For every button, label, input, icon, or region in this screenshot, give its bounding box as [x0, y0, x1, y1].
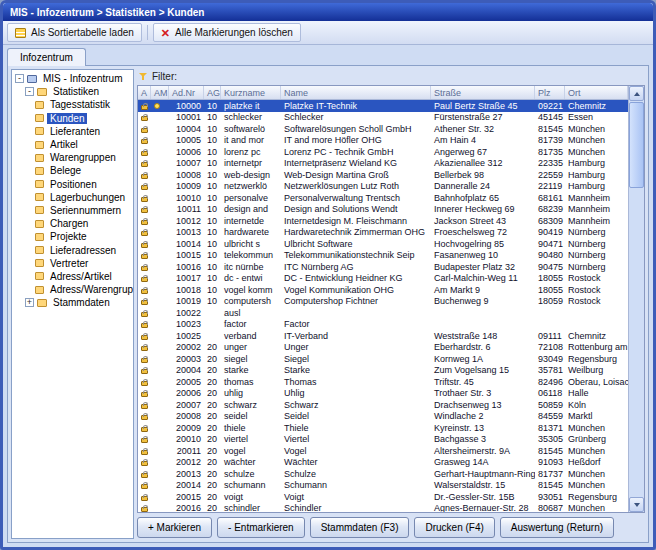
table-row[interactable]: 2001020viertelViertelBachgasse 335305Grü…: [138, 434, 628, 446]
cell-name: Starke: [281, 365, 431, 377]
column-header-a[interactable]: A: [138, 86, 151, 99]
column-header-name[interactable]: Name: [281, 86, 431, 99]
cell-adnr: 10017: [169, 273, 204, 285]
load-sort-table-label: Als Sortiertabelle laden: [31, 27, 134, 38]
table-row[interactable]: 1001610itc nürnbeITC Nürnberg AGBudapest…: [138, 261, 628, 273]
table-row[interactable]: 2001620schindlerSchindlerAgnes-Bernauer-…: [138, 503, 628, 513]
tree-item-chargen[interactable]: Chargen: [12, 217, 133, 230]
table-row[interactable]: 2000220ungerUngerEberhardstr. 672108Rott…: [138, 342, 628, 354]
column-header-am[interactable]: AM: [151, 86, 169, 99]
tree-item-statistiken[interactable]: -Statistiken: [12, 85, 133, 98]
table-row[interactable]: 1001210internetdeInternetdesign M. Fleis…: [138, 215, 628, 227]
column-header-ort[interactable]: Ort: [565, 86, 628, 99]
table-row[interactable]: 1000010platzke itPlatzke IT-TechnikPaul …: [138, 100, 628, 112]
table-row[interactable]: 1001510telekommunTelekommunikationstechn…: [138, 250, 628, 262]
collapse-icon[interactable]: -: [15, 74, 24, 83]
table-row[interactable]: 1001910computershComputershop FichtnerBu…: [138, 296, 628, 308]
table-row[interactable]: 1001710dc - entwiDC - Entwicklung Heidne…: [138, 273, 628, 285]
table-row[interactable]: 2001520voigtVoigtDr.-Gessler-Str. 15B930…: [138, 491, 628, 503]
tree-item-mis-infozentrum[interactable]: -MIS - Infozentrum: [12, 72, 133, 85]
table-row[interactable]: 2000820seidelSeidelWindlache 284559Markt…: [138, 411, 628, 423]
drucken-button[interactable]: Drucken (F4): [414, 517, 494, 538]
tree-item-seriennummern[interactable]: Seriennummern: [12, 204, 133, 217]
marker-icon: [154, 103, 160, 109]
table-row[interactable]: 1001310hardwareteHardwaretechnik Zimmerm…: [138, 227, 628, 239]
tree-item-adress-warengruppen[interactable]: Adress/Warengruppen: [12, 283, 133, 296]
column-header-ag[interactable]: AG: [204, 86, 221, 99]
cell-lock: [138, 319, 151, 331]
unmark-button[interactable]: - Entmarkieren: [217, 517, 305, 538]
tree-item-artikel[interactable]: Artikel: [12, 138, 133, 151]
table-row[interactable]: 10023factorFactor: [138, 319, 628, 331]
statistic-icon: [35, 272, 44, 280]
table-row[interactable]: 2001120vogelVogelAltersheimerstr. 9A8154…: [138, 445, 628, 457]
table-row[interactable]: 2000720schwarzSchwarzDrachsenweg 1350859…: [138, 399, 628, 411]
column-header-kurzname[interactable]: Kurzname: [221, 86, 281, 99]
tree-item-lagerbuchungen[interactable]: Lagerbuchungen: [12, 191, 133, 204]
cell-ort: München: [565, 135, 628, 147]
table-row[interactable]: 2001420schumannSchumannWalserstaldstr. 1…: [138, 480, 628, 492]
cell-ort: Grünberg: [565, 434, 628, 446]
tab-infozentrum[interactable]: Infozentrum: [7, 48, 86, 66]
tree-item-warengruppen[interactable]: Warengruppen: [12, 151, 133, 164]
cell-adnr: 10025: [169, 330, 204, 342]
arrow-down-icon: [634, 503, 640, 507]
cell-adnr: 20011: [169, 445, 204, 457]
table-row[interactable]: 1001810vogel kommVogel Kommunikation OHG…: [138, 284, 628, 296]
mark-button[interactable]: + Markieren: [137, 517, 212, 538]
table-row[interactable]: 1000410softwarelöSoftwarelösungen Scholl…: [138, 123, 628, 135]
cell-lock: [138, 480, 151, 492]
table-row[interactable]: 2000520thomasThomasTriftstr. 4582496Ober…: [138, 376, 628, 388]
tree-item-label: Vertreter: [47, 258, 91, 269]
table-row[interactable]: 1000910netzwerklöNetzwerklösungen Lutz R…: [138, 181, 628, 193]
table-row[interactable]: 1001410ulbricht sUlbricht SoftwareHochvo…: [138, 238, 628, 250]
table-row[interactable]: 1000510it and morIT and more Höfler OHGA…: [138, 135, 628, 147]
tree-item-stammdaten[interactable]: +Stammdaten: [12, 296, 133, 309]
table-row[interactable]: 1000810web-designWeb-Design Martina Groß…: [138, 169, 628, 181]
table-row[interactable]: 1000610lorenz pcLorenz PC - Technik GmbH…: [138, 146, 628, 158]
cell-am: [151, 342, 169, 354]
title-bar[interactable]: MIS - Infozentrum > Statistiken > Kunden: [3, 3, 653, 21]
tree-item-projekte[interactable]: Projekte: [12, 230, 133, 243]
lock-icon: [141, 484, 148, 489]
table-row[interactable]: 10025verbandIT-VerbandWeststraße 1480911…: [138, 330, 628, 342]
cell-kurzname: vogel: [221, 445, 281, 457]
cell-ort: Nürnberg: [565, 261, 628, 273]
expand-icon[interactable]: +: [25, 298, 34, 307]
scrollbar-thumb[interactable]: [629, 102, 644, 188]
table-row[interactable]: 2001220wächterWächterGrasweg 14A91093Heß…: [138, 457, 628, 469]
table-row[interactable]: 2000420starkeStarkeZum Vogelsang 1535781…: [138, 365, 628, 377]
tree-item-lieferadressen[interactable]: Lieferadressen: [12, 243, 133, 256]
table-row[interactable]: 1000110schleckerSchleckerFürstenstraße 2…: [138, 112, 628, 124]
column-header-ad-nr[interactable]: Ad.Nr: [169, 86, 204, 99]
table-row[interactable]: 10022ausl: [138, 307, 628, 319]
auswertung-button[interactable]: Auswertung (Return): [500, 517, 614, 538]
table-row[interactable]: 2000320siegelSiegelKornweg 1A93049Regens…: [138, 353, 628, 365]
load-sort-table-button[interactable]: Als Sortiertabelle laden: [7, 23, 142, 42]
tree-item-positionen[interactable]: Positionen: [12, 178, 133, 191]
table-row[interactable]: 2000920thieleThieleKyreinstr. 1381371Mün…: [138, 422, 628, 434]
column-header-straße[interactable]: Straße: [431, 86, 535, 99]
tree-item-lieferanten[interactable]: Lieferanten: [12, 125, 133, 138]
tree-item-kunden[interactable]: Kunden: [12, 112, 133, 125]
collapse-icon[interactable]: -: [25, 87, 34, 96]
tree-item-vertreter[interactable]: Vertreter: [12, 257, 133, 270]
vertical-scrollbar[interactable]: [628, 86, 644, 512]
cell-plz: 91093: [535, 457, 565, 469]
table-row[interactable]: 2000620uhligUhligTrothaer Str. 306118Hal…: [138, 388, 628, 400]
cell-ort: Oberau, Loisach: [565, 376, 628, 388]
scroll-down-button[interactable]: [629, 497, 644, 512]
tree-item-tagesstatistik[interactable]: Tagesstatistik: [12, 98, 133, 111]
table-row[interactable]: 1000710internetprInternetpräsenz Wieland…: [138, 158, 628, 170]
table-row[interactable]: 2001320schulzeSchulzeGerhart-Hauptmann-R…: [138, 468, 628, 480]
cell-lock: [138, 353, 151, 365]
tree-item-belege[interactable]: Belege: [12, 164, 133, 177]
tree-item-adress-artikel[interactable]: Adress/Artikel: [12, 270, 133, 283]
scroll-up-button[interactable]: [629, 86, 644, 101]
column-header-plz[interactable]: Plz: [535, 86, 565, 99]
stammdaten-button[interactable]: Stammdaten (F3): [310, 517, 410, 538]
clear-marks-button[interactable]: ✕ Alle Markierungen löschen: [153, 23, 301, 42]
table-row[interactable]: 1001110design andDesign and Solutions We…: [138, 204, 628, 216]
table-row[interactable]: 1001010personalvePersonalverwaltung Tren…: [138, 192, 628, 204]
cell-ag: 20: [204, 353, 221, 365]
